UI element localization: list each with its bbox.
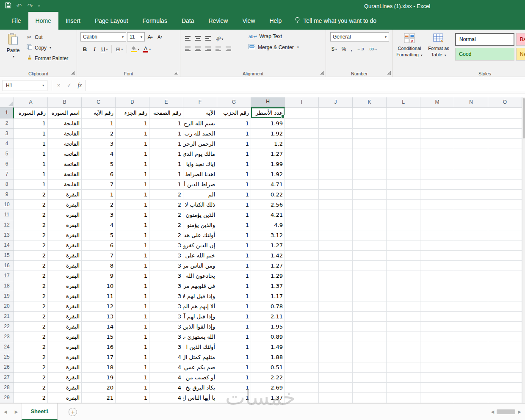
cell-C2[interactable]: 1 bbox=[82, 119, 116, 129]
cell-D11[interactable]: 1 bbox=[116, 210, 149, 220]
cell-C7[interactable]: 6 bbox=[82, 169, 116, 180]
cell-H10[interactable]: 2.56 bbox=[251, 200, 285, 210]
fill-color-button[interactable]: ▾ bbox=[130, 44, 141, 54]
cell-A25[interactable]: 2 bbox=[14, 352, 48, 362]
cell-K12[interactable] bbox=[353, 220, 387, 230]
cell-H19[interactable]: 1.17 bbox=[251, 291, 285, 301]
cell-M24[interactable] bbox=[420, 342, 454, 352]
row-header-4[interactable]: 4 bbox=[0, 139, 14, 149]
decrease-decimal-button[interactable]: .00→ bbox=[367, 45, 379, 53]
cell-E27[interactable]: 4 bbox=[149, 373, 183, 383]
cell-K4[interactable] bbox=[353, 139, 387, 149]
cell-I20[interactable] bbox=[285, 301, 319, 312]
cell-L12[interactable] bbox=[387, 220, 420, 230]
paste-button[interactable]: Paste ▾ bbox=[1, 31, 25, 69]
cell-H16[interactable]: 1.27 bbox=[251, 261, 285, 271]
cell-O27[interactable] bbox=[488, 373, 522, 383]
cell-B29[interactable]: البقرة bbox=[48, 393, 82, 403]
cell-K25[interactable] bbox=[353, 352, 387, 362]
cell-J26[interactable] bbox=[319, 362, 353, 373]
column-header-M[interactable]: M bbox=[420, 97, 454, 108]
cell-A15[interactable]: 2 bbox=[14, 251, 48, 261]
increase-decimal-button[interactable]: ←.0 bbox=[356, 45, 365, 53]
row-header-3[interactable]: 3 bbox=[0, 129, 14, 139]
cell-J5[interactable] bbox=[319, 149, 353, 159]
cell-B3[interactable]: الفاتحة bbox=[48, 129, 82, 139]
column-header-J[interactable]: J bbox=[319, 97, 353, 108]
column-header-B[interactable]: B bbox=[48, 97, 82, 108]
cell-D23[interactable]: 1 bbox=[116, 332, 149, 342]
cell-I17[interactable] bbox=[285, 271, 319, 281]
cell-B28[interactable]: البقرة bbox=[48, 383, 82, 393]
name-box-splitter[interactable] bbox=[48, 80, 52, 91]
cell-N17[interactable] bbox=[454, 271, 488, 281]
row-header-2[interactable]: 2 bbox=[0, 119, 14, 129]
cell-A12[interactable]: 2 bbox=[14, 220, 48, 230]
cell-L15[interactable] bbox=[387, 251, 420, 261]
cell-I15[interactable] bbox=[285, 251, 319, 261]
cell-B5[interactable]: الفاتحة bbox=[48, 149, 82, 159]
cell-J24[interactable] bbox=[319, 342, 353, 352]
tab-data[interactable]: Data bbox=[174, 12, 202, 30]
cell-A9[interactable]: 2 bbox=[14, 190, 48, 200]
cell-L3[interactable] bbox=[387, 129, 420, 139]
bold-button[interactable]: B bbox=[80, 44, 89, 54]
cell-I23[interactable] bbox=[285, 332, 319, 342]
cell-N24[interactable] bbox=[454, 342, 488, 352]
cell-G26[interactable]: 1 bbox=[217, 362, 251, 373]
vertical-scrollbar[interactable] bbox=[522, 97, 525, 403]
cell-I27[interactable] bbox=[285, 373, 319, 383]
cell-E7[interactable]: 1 bbox=[149, 169, 183, 180]
cell-D24[interactable]: 1 bbox=[116, 342, 149, 352]
row-header-15[interactable]: 15 bbox=[0, 251, 14, 261]
percent-style-button[interactable]: % bbox=[340, 45, 348, 53]
cell-E21[interactable]: 3 bbox=[149, 312, 183, 322]
cell-C16[interactable]: 8 bbox=[82, 261, 116, 271]
cell-O21[interactable] bbox=[488, 312, 522, 322]
cell-O24[interactable] bbox=[488, 342, 522, 352]
cell-B24[interactable]: البقرة bbox=[48, 342, 82, 352]
cell-O13[interactable] bbox=[488, 230, 522, 240]
cell-N26[interactable] bbox=[454, 362, 488, 373]
cell-C25[interactable]: 17 bbox=[82, 352, 116, 362]
cell-F8[interactable]: صراط الذين أ bbox=[183, 180, 217, 190]
cell-M20[interactable] bbox=[420, 301, 454, 312]
cell-K7[interactable] bbox=[353, 169, 387, 180]
cell-G1[interactable]: رقم الحزب bbox=[217, 108, 251, 119]
row-header-8[interactable]: 8 bbox=[0, 180, 14, 190]
cell-E1[interactable]: رقم الصفحة bbox=[149, 108, 183, 119]
cell-M13[interactable] bbox=[420, 230, 454, 240]
row-header-1[interactable]: 1 bbox=[0, 108, 14, 119]
cell-E15[interactable]: 3 bbox=[149, 251, 183, 261]
cell-L19[interactable] bbox=[387, 291, 420, 301]
cell-F24[interactable]: أولئك الذين ا bbox=[183, 342, 217, 352]
cell-D25[interactable]: 1 bbox=[116, 352, 149, 362]
cell-N20[interactable] bbox=[454, 301, 488, 312]
cell-L20[interactable] bbox=[387, 301, 420, 312]
cell-A17[interactable]: 2 bbox=[14, 271, 48, 281]
tab-file[interactable]: File bbox=[4, 12, 28, 30]
cell-A21[interactable]: 2 bbox=[14, 312, 48, 322]
cell-L24[interactable] bbox=[387, 342, 420, 352]
cell-K27[interactable] bbox=[353, 373, 387, 383]
cell-M25[interactable] bbox=[420, 352, 454, 362]
cell-L28[interactable] bbox=[387, 383, 420, 393]
cell-O23[interactable] bbox=[488, 332, 522, 342]
cell-K22[interactable] bbox=[353, 322, 387, 332]
cell-O19[interactable] bbox=[488, 291, 522, 301]
cell-C8[interactable]: 7 bbox=[82, 180, 116, 190]
cell-K28[interactable] bbox=[353, 383, 387, 393]
cell-K26[interactable] bbox=[353, 362, 387, 373]
cell-J18[interactable] bbox=[319, 281, 353, 291]
cell-C24[interactable]: 16 bbox=[82, 342, 116, 352]
row-header-19[interactable]: 19 bbox=[0, 291, 14, 301]
cell-E28[interactable]: 4 bbox=[149, 383, 183, 393]
cell-I21[interactable] bbox=[285, 312, 319, 322]
name-box[interactable]: H1 ▾ bbox=[3, 80, 47, 91]
cell-G23[interactable]: 1 bbox=[217, 332, 251, 342]
align-left-icon[interactable] bbox=[185, 47, 191, 51]
cell-N5[interactable] bbox=[454, 149, 488, 159]
cell-K15[interactable] bbox=[353, 251, 387, 261]
cell-G15[interactable]: 1 bbox=[217, 251, 251, 261]
cell-J12[interactable] bbox=[319, 220, 353, 230]
